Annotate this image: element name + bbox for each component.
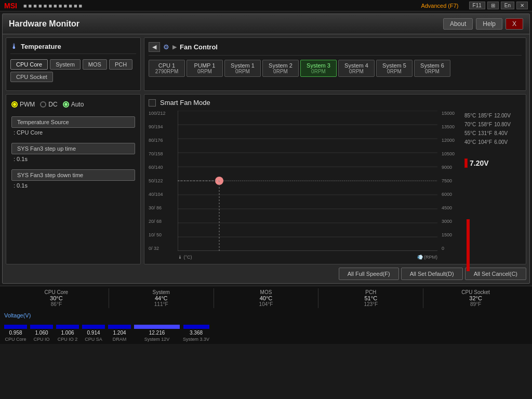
step-down-button[interactable]: SYS Fan3 step down time: [11, 169, 135, 181]
pch-btn[interactable]: PCH: [109, 59, 132, 70]
status-fahr: 104°F: [216, 301, 316, 307]
y-label: 70/158: [149, 151, 176, 156]
status-name: PCH: [321, 289, 421, 295]
temp-source-value: : CPU Core: [11, 129, 135, 136]
voltage-value: 12.216: [149, 330, 165, 336]
fan-nav-back[interactable]: ◀: [149, 42, 160, 52]
content-area: 🌡 Temperature CPU Core System MOS PCH CP…: [3, 34, 529, 283]
advanced-label: Advanced (F7): [421, 3, 458, 9]
temp-v-1: 12.00V: [494, 113, 511, 118]
voltage-name: CPU IO: [33, 337, 49, 342]
fan-tab-sys4[interactable]: System 4 0RPM: [338, 60, 375, 77]
y-label: 40/104: [149, 192, 176, 197]
status-temp: 40°C: [216, 295, 316, 301]
fan-tab-label: System 2: [268, 62, 293, 69]
about-button[interactable]: About: [443, 18, 473, 30]
y-label: 0/ 32: [149, 246, 176, 251]
cpu-core-btn[interactable]: CPU Core: [10, 59, 48, 70]
voltage-bar: [82, 325, 105, 329]
voltage-display: 7.20V: [470, 159, 489, 167]
step-up-button[interactable]: SYS Fan3 step up time: [11, 143, 135, 154]
fan-tab-pump1[interactable]: PUMP 1 0RPM: [187, 60, 223, 77]
temp-buttons: CPU Core System MOS PCH CPU Socket: [10, 59, 136, 82]
voltage-bar-container: [82, 321, 105, 329]
fan-tab-sys1[interactable]: System 1 0RPM: [224, 60, 261, 77]
fan-header-arrow: ▶: [172, 44, 177, 50]
fan-tab-cpu1[interactable]: CPU 1 2790RPM: [149, 60, 185, 77]
all-set-default-button[interactable]: All Set Default(D): [401, 268, 463, 280]
panels-row: 🌡 Temperature CPU Core System MOS PCH CP…: [6, 37, 526, 91]
fan-tab-sys6[interactable]: System 6 0RPM: [414, 60, 450, 77]
fan-tab-rpm: 0RPM: [382, 69, 407, 74]
status-temp: 32°C: [425, 295, 526, 301]
system-btn[interactable]: System: [50, 59, 81, 70]
voltage-bar-container: [4, 321, 27, 329]
voltage-bar-container: [134, 321, 180, 329]
all-full-speed-button[interactable]: All Full Speed(F): [339, 268, 399, 280]
y-label-r: 15000: [442, 111, 460, 116]
fan-control-panel: ◀ ⚙ ▶ Fan Control CPU 1 2790RPM PUMP 1 0…: [144, 37, 526, 91]
temperature-panel: 🌡 Temperature CPU Core System MOS PCH CP…: [6, 37, 141, 91]
status-temp: 51°C: [321, 295, 421, 301]
topbar-close-button[interactable]: ✕: [516, 2, 528, 9]
fan-tab-rpm: 0RPM: [230, 69, 255, 74]
voltage-name: System 3.3V: [183, 337, 209, 342]
y-labels-left: 100/212 90/194 80/176 70/158 60/140 50/1…: [149, 111, 176, 251]
temp-source-section: Temperature Source : CPU Core: [11, 116, 135, 136]
voltage-bar: [183, 325, 209, 329]
dc-radio[interactable]: [40, 101, 46, 108]
auto-label: Auto: [71, 101, 84, 108]
fan-icon: ⚙: [163, 43, 169, 51]
status-system: System 44°C 111°F: [109, 288, 214, 308]
all-set-cancel-button[interactable]: All Set Cancel(C): [465, 268, 526, 280]
dc-radio-label[interactable]: DC: [40, 101, 57, 108]
window-title-bar: Hardware Monitor About Help X: [3, 14, 529, 34]
mos-btn[interactable]: MOS: [83, 59, 107, 70]
voltage-item-sys33v: 3.368 System 3.3V: [183, 321, 209, 342]
auto-radio[interactable]: [63, 101, 69, 108]
voltage-name: CPU Core: [5, 337, 26, 342]
chart-svg: [178, 111, 437, 251]
fan-tab-sys5[interactable]: System 5 0RPM: [376, 60, 413, 77]
chart-footer-right: 💨 (RPM): [417, 255, 438, 260]
smart-fan-checkbox[interactable]: [149, 99, 156, 107]
step-up-section: SYS Fan3 step up time : 0.1s: [11, 143, 135, 162]
top-bar-controls: F11 ⊞ En ✕: [469, 2, 528, 9]
voltage-value: 3.368: [190, 330, 203, 336]
y-label: 10/ 50: [149, 232, 176, 237]
voltage-bar-container: [108, 321, 131, 329]
close-button[interactable]: X: [506, 18, 523, 30]
voltage-value: 0.914: [87, 330, 100, 336]
temp-panel-title: Temperature: [21, 43, 61, 50]
fan-panel-title: Fan Control: [180, 43, 218, 51]
voltage-item-cpu-io2: 1.006 CPU IO 2: [56, 321, 79, 342]
temp-source-button[interactable]: Temperature Source: [11, 116, 135, 128]
help-button[interactable]: Help: [476, 18, 502, 30]
temp-v-3: 8.40V: [494, 130, 508, 136]
window-title: Hardware Monitor: [9, 19, 79, 29]
chart-footer: 🌡 (°C) 💨 (RPM): [178, 255, 437, 260]
auto-radio-label[interactable]: Auto: [63, 101, 84, 108]
fan-tab-rpm: 0RPM: [306, 69, 331, 74]
fan-tab-sys3[interactable]: System 3 0RPM: [300, 60, 337, 77]
f11-button[interactable]: F11: [469, 2, 485, 9]
pwm-radio-label[interactable]: PWM: [11, 101, 35, 108]
fan-tab-rpm: 2790RPM: [154, 69, 179, 74]
voltage-bar-container: [30, 321, 53, 329]
temp-v-4: 6.00V: [494, 139, 508, 145]
lang-button[interactable]: En: [501, 2, 514, 9]
status-name: CPU Core: [6, 289, 107, 295]
fan-tab-sys2[interactable]: System 2 0RPM: [262, 60, 299, 77]
pwm-radio[interactable]: [11, 101, 18, 108]
thermometer-icon: 🌡: [10, 42, 18, 50]
cpu-socket-btn[interactable]: CPU Socket: [10, 72, 53, 82]
grid-button[interactable]: ⊞: [487, 2, 499, 9]
y-label-r: 3000: [442, 219, 460, 224]
voltage-value: 1.204: [113, 330, 126, 336]
y-label: 80/176: [149, 138, 176, 143]
voltage-item-sys12v: 12.216 System 12V: [134, 321, 180, 342]
status-fahr: 123°F: [321, 301, 421, 307]
voltage-name: CPU SA: [85, 337, 102, 342]
voltage-bar-container: [56, 321, 79, 329]
status-fahr: 89°F: [425, 301, 526, 307]
